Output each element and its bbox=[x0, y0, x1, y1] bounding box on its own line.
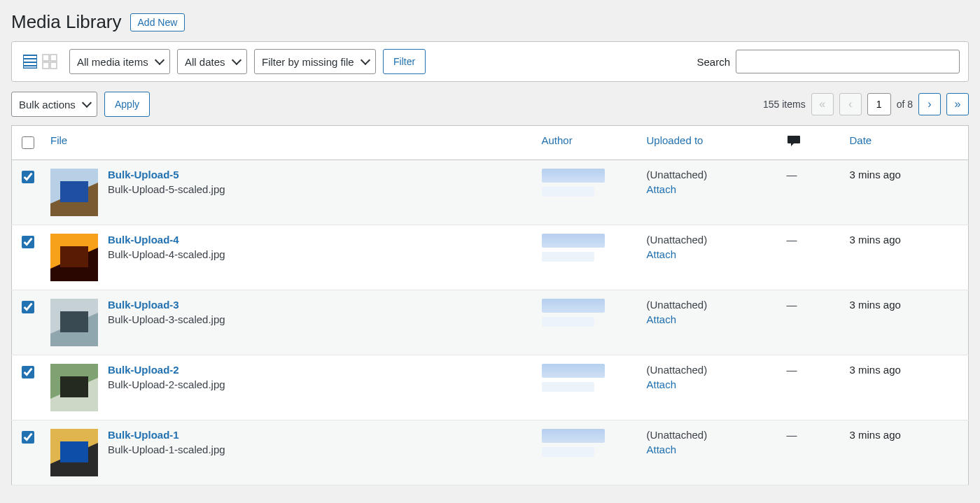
svg-rect-1 bbox=[24, 56, 36, 58]
add-new-button[interactable]: Add New bbox=[130, 13, 186, 31]
author-redacted bbox=[542, 299, 605, 313]
bulk-actions-select[interactable]: Bulk actions bbox=[11, 92, 97, 117]
column-comments[interactable] bbox=[780, 126, 843, 160]
table-row: Bulk-Upload-4Bulk-Upload-4-scaled.jpg(Un… bbox=[12, 225, 969, 290]
svg-rect-11 bbox=[60, 181, 88, 202]
column-file[interactable]: File bbox=[43, 126, 535, 160]
media-type-select[interactable]: All media items bbox=[69, 49, 170, 74]
date-value: 3 mins ago bbox=[843, 225, 969, 290]
comment-icon bbox=[787, 134, 801, 147]
media-thumbnail[interactable] bbox=[50, 429, 98, 476]
page-total: of 8 bbox=[897, 99, 913, 110]
svg-rect-8 bbox=[50, 62, 57, 69]
uploaded-to-value: (Unattached) bbox=[647, 169, 773, 180]
attach-link[interactable]: Attach bbox=[647, 313, 677, 325]
items-count: 155 items bbox=[763, 99, 806, 110]
file-title-link[interactable]: Bulk-Upload-4 bbox=[108, 234, 225, 246]
search-input[interactable] bbox=[736, 50, 960, 73]
file-title-link[interactable]: Bulk-Upload-2 bbox=[108, 364, 225, 376]
author-redacted bbox=[542, 447, 594, 457]
uploaded-to-value: (Unattached) bbox=[647, 364, 773, 376]
author-redacted bbox=[542, 187, 594, 197]
file-title-link[interactable]: Bulk-Upload-3 bbox=[108, 299, 225, 311]
row-checkbox[interactable] bbox=[22, 366, 34, 378]
row-checkbox[interactable] bbox=[22, 301, 34, 313]
table-row: Bulk-Upload-5Bulk-Upload-5-scaled.jpg(Un… bbox=[12, 160, 969, 225]
apply-button[interactable]: Apply bbox=[104, 92, 150, 117]
list-view-icon bbox=[22, 54, 38, 69]
author-redacted bbox=[542, 317, 594, 327]
media-thumbnail[interactable] bbox=[50, 364, 98, 411]
comments-count: — bbox=[787, 299, 797, 311]
date-value: 3 mins ago bbox=[843, 160, 969, 225]
prev-page-button[interactable]: ‹ bbox=[839, 93, 862, 115]
select-all-checkbox[interactable] bbox=[22, 136, 34, 149]
date-value: 3 mins ago bbox=[843, 290, 969, 355]
uploaded-to-value: (Unattached) bbox=[647, 234, 773, 246]
date-value: 3 mins ago bbox=[843, 355, 969, 420]
file-name: Bulk-Upload-4-scaled.jpg bbox=[108, 248, 225, 260]
media-thumbnail[interactable] bbox=[50, 234, 98, 281]
attach-link[interactable]: Attach bbox=[647, 378, 677, 390]
attach-link[interactable]: Attach bbox=[647, 444, 677, 455]
author-redacted bbox=[542, 429, 605, 443]
grid-view-icon bbox=[42, 54, 57, 69]
media-thumbnail[interactable] bbox=[50, 299, 98, 346]
svg-rect-14 bbox=[60, 246, 88, 267]
file-title-link[interactable]: Bulk-Upload-5 bbox=[108, 169, 225, 180]
comments-count: — bbox=[787, 429, 797, 441]
table-row: Bulk-Upload-2Bulk-Upload-2-scaled.jpg(Un… bbox=[12, 355, 969, 420]
table-row: Bulk-Upload-1Bulk-Upload-1-scaled.jpg(Un… bbox=[12, 420, 969, 486]
column-date[interactable]: Date bbox=[843, 126, 969, 160]
svg-rect-7 bbox=[43, 62, 49, 69]
page-title: Media Library bbox=[11, 11, 122, 33]
date-value: 3 mins ago bbox=[843, 420, 969, 486]
author-redacted bbox=[542, 234, 605, 248]
row-checkbox[interactable] bbox=[22, 431, 34, 444]
list-view-button[interactable] bbox=[20, 52, 40, 71]
uploaded-to-value: (Unattached) bbox=[647, 429, 773, 441]
author-redacted bbox=[542, 364, 605, 378]
filter-bar: All media items All dates Filter by miss… bbox=[11, 41, 969, 82]
comments-count: — bbox=[787, 169, 797, 180]
row-checkbox[interactable] bbox=[22, 236, 34, 248]
table-row: Bulk-Upload-3Bulk-Upload-3-scaled.jpg(Un… bbox=[12, 290, 969, 355]
last-page-button[interactable]: » bbox=[946, 93, 969, 115]
column-uploaded-to[interactable]: Uploaded to bbox=[640, 126, 780, 160]
author-redacted bbox=[542, 169, 605, 183]
author-redacted bbox=[542, 252, 594, 262]
attach-link[interactable]: Attach bbox=[647, 248, 677, 260]
row-checkbox[interactable] bbox=[22, 171, 34, 183]
file-title-link[interactable]: Bulk-Upload-1 bbox=[108, 429, 225, 441]
current-page-input[interactable] bbox=[867, 93, 891, 115]
search-label: Search bbox=[696, 56, 730, 68]
first-page-button[interactable]: « bbox=[811, 93, 834, 115]
column-author[interactable]: Author bbox=[535, 126, 640, 160]
svg-rect-17 bbox=[60, 311, 88, 332]
file-name: Bulk-Upload-2-scaled.jpg bbox=[108, 378, 225, 390]
grid-view-button[interactable] bbox=[40, 52, 59, 71]
svg-rect-20 bbox=[60, 376, 88, 397]
file-name: Bulk-Upload-5-scaled.jpg bbox=[108, 183, 225, 195]
svg-rect-4 bbox=[24, 66, 36, 68]
svg-rect-3 bbox=[24, 63, 36, 65]
file-name: Bulk-Upload-1-scaled.jpg bbox=[108, 444, 225, 455]
svg-rect-5 bbox=[43, 55, 49, 61]
author-redacted bbox=[542, 382, 594, 392]
svg-rect-23 bbox=[60, 441, 88, 462]
uploaded-to-value: (Unattached) bbox=[647, 299, 773, 311]
dates-select[interactable]: All dates bbox=[177, 49, 247, 74]
attach-link[interactable]: Attach bbox=[647, 183, 677, 195]
filter-button[interactable]: Filter bbox=[383, 49, 426, 74]
svg-rect-2 bbox=[24, 59, 36, 62]
missing-file-select[interactable]: Filter by missing file bbox=[254, 49, 376, 74]
svg-rect-6 bbox=[50, 55, 57, 61]
media-thumbnail[interactable] bbox=[50, 169, 98, 216]
comments-count: — bbox=[787, 364, 797, 376]
next-page-button[interactable]: › bbox=[918, 93, 941, 115]
comments-count: — bbox=[787, 234, 797, 246]
media-table: File Author Uploaded to Date Bulk-Upload… bbox=[11, 125, 969, 486]
file-name: Bulk-Upload-3-scaled.jpg bbox=[108, 313, 225, 325]
